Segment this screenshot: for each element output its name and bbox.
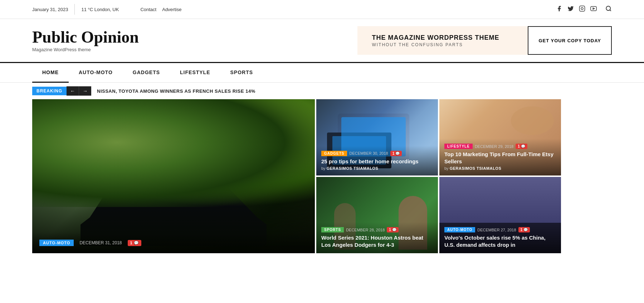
banner-text: THE MAGAZINE WORDPRESS THEME WITHOUT THE… [357,30,513,51]
lifestyle-meta: LIFESTYLE DECEMBER 29, 2018 1 💬 [444,144,556,149]
automoto2-comments: 1 💬 [518,227,530,232]
search-icon[interactable] [605,5,612,14]
comment-count: 1 [130,241,132,245]
svg-marker-2 [593,8,594,9]
banner-cta-button[interactable]: GET YOUR COPY TODAY [528,26,612,55]
nav-item-sports[interactable]: SPORTS [220,63,263,83]
nav-item-auto-moto[interactable]: AUTO-MOTO [69,63,123,83]
sports-title: World Series 2021: Houston Astros beat L… [321,234,433,248]
breaking-arrows: ← → [67,86,91,96]
gadgets-overlay: GADGETS DECEMBER 30, 2018 1 💬 25 pro tip… [316,146,438,176]
featured-date: DECEMBER 31, 2018 [79,240,122,245]
youtube-icon[interactable] [590,5,597,14]
nav-item-lifestyle[interactable]: LIFESTYLE [170,63,220,83]
utility-nav: Contact Advertise [140,7,181,12]
svg-line-4 [610,10,611,11]
automoto2-category: AUTO-MOTO [444,227,475,232]
lifestyle-date: DECEMBER 29, 2018 [475,144,513,149]
featured-card[interactable]: AUTO-MOTO DECEMBER 31, 2018 1 💬 [32,99,315,253]
gadgets-title: 25 pro tips for better home recordings [321,158,433,165]
date: January 31, 2023 [32,7,68,12]
lifestyle-title: Top 10 Marketing Tips From Full-Time Ets… [444,151,556,165]
automoto2-card[interactable]: AUTO-MOTO DECEMBER 27, 2018 1 💬 Volvo's … [439,177,561,253]
lifestyle-author: by GERASIMOS TSIAMALOS [444,166,556,170]
contact-link[interactable]: Contact [140,7,156,12]
twitter-icon[interactable] [567,5,574,14]
social-links [556,5,612,14]
automoto2-overlay: AUTO-MOTO DECEMBER 27, 2018 1 💬 Volvo's … [439,222,561,253]
banner-headline: THE MAGAZINE WORDPRESS THEME [372,34,499,42]
sports-date: DECEMBER 28, 2018 [346,228,385,232]
nav-item-gadgets[interactable]: GADGETS [123,63,170,83]
gadgets-date: DECEMBER 30, 2018 [349,151,388,155]
instagram-icon[interactable] [579,5,585,14]
lifestyle-comments: 1 💬 [516,144,527,149]
svg-rect-0 [580,6,585,11]
lifestyle-category: LIFESTYLE [444,144,473,149]
facebook-icon[interactable] [556,5,562,14]
top-bar: January 31, 2023 11 °C London, UK Contac… [0,0,644,19]
sports-category: SPORTS [321,227,344,232]
banner-subheadline: WITHOUT THE CONFUSING PARTS [372,42,499,47]
featured-image [32,99,315,253]
breaking-next-arrow[interactable]: → [79,86,91,96]
site-title[interactable]: Public Opinion [32,29,139,45]
gadgets-author: by GERASIMOS TSIAMALOS [321,166,433,170]
sports-meta: SPORTS DECEMBER 28, 2018 1 💬 [321,227,433,232]
comment-icon2: 💬 [521,144,525,148]
featured-overlay: AUTO-MOTO DECEMBER 31, 2018 1 💬 [32,232,315,253]
logo-area: Public Opinion Magazine WordPress theme [32,29,139,52]
gadgets-meta: GADGETS DECEMBER 30, 2018 1 💬 [321,151,433,156]
site-header: Public Opinion Magazine WordPress theme … [0,19,644,62]
breaking-label: BREAKING [32,87,67,95]
header-banner: THE MAGAZINE WORDPRESS THEME WITHOUT THE… [357,26,612,55]
weather: 11 °C London, UK [81,7,119,12]
comment-bubble-icon: 💬 [134,241,139,245]
automoto2-title: Volvo's October sales rise 5% as China, … [444,234,556,248]
lifestyle-overlay: LIFESTYLE DECEMBER 29, 2018 1 💬 Top 10 M… [439,139,561,175]
advertise-link[interactable]: Advertise [162,7,181,12]
svg-point-3 [606,6,610,10]
nav-item-home[interactable]: HOME [32,63,69,83]
breaking-prev-arrow[interactable]: ← [67,86,79,96]
comment-icon4: 💬 [523,228,528,232]
comment-icon: 💬 [395,152,400,155]
site-tagline: Magazine WordPress theme [32,47,139,52]
comment-icon3: 💬 [392,228,396,232]
gadgets-category: GADGETS [321,151,347,156]
featured-category: AUTO-MOTO [39,240,74,246]
featured-meta: AUTO-MOTO DECEMBER 31, 2018 1 💬 [39,240,308,246]
main-nav: HOME AUTO-MOTO GADGETS LIFESTYLE SPORTS [0,62,644,83]
gadgets-comments: 1 💬 [390,151,402,156]
featured-comments: 1 💬 [128,240,141,246]
automoto2-meta: AUTO-MOTO DECEMBER 27, 2018 1 💬 [444,227,556,232]
lifestyle-card[interactable]: LIFESTYLE DECEMBER 29, 2018 1 💬 Top 10 M… [439,99,561,175]
automoto2-date: DECEMBER 27, 2018 [477,228,516,232]
breaking-text: NISSAN, TOYOTA AMONG WINNERS AS FRENCH S… [97,88,255,94]
breaking-news-bar: BREAKING ← → NISSAN, TOYOTA AMONG WINNER… [0,83,644,99]
sports-overlay: SPORTS DECEMBER 28, 2018 1 💬 World Serie… [316,222,438,253]
gadgets-card[interactable]: GADGETS DECEMBER 30, 2018 1 💬 25 pro tip… [316,99,438,175]
sports-card[interactable]: SPORTS DECEMBER 28, 2018 1 💬 World Serie… [316,177,438,253]
divider [74,4,75,15]
main-grid: AUTO-MOTO DECEMBER 31, 2018 1 💬 GADGETS … [0,99,644,253]
sports-comments: 1 💬 [387,227,399,232]
